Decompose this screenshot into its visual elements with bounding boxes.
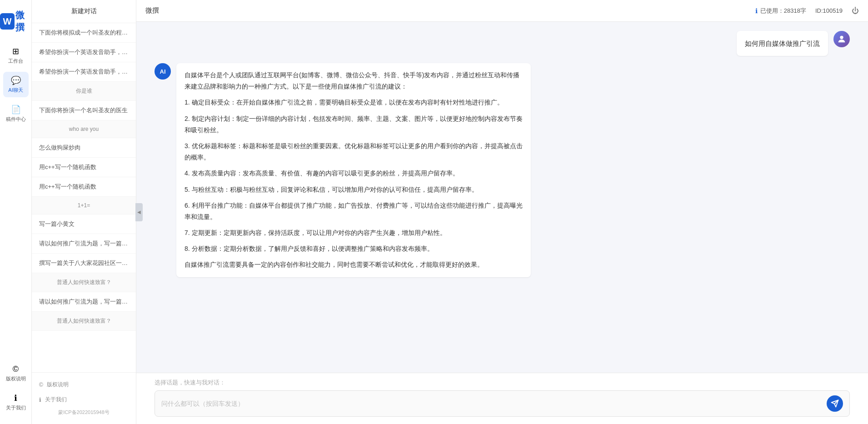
top-bar: 微撰 ℹ 已使用：28318字 ID:100519 ⏻ [136,0,868,22]
sidebar-item-4[interactable]: 下面你将扮演一个名叫圣友的医生 [32,101,136,120]
sidebar-item-7[interactable]: 用c++写一个随机函数 [32,158,136,177]
sidebar-item-15[interactable]: 普通人如何快速致富？ [32,312,136,331]
sidebar-item-13[interactable]: 普通人如何快速致富？ [32,273,136,292]
topbar-right: ℹ 已使用：28318字 ID:100519 ⏻ [755,7,859,15]
sidebar-item-9[interactable]: 1+1= [32,197,136,214]
left-nav: W 微撰 ⊞ 工作台 💬 AI聊天 📄 稿件中心 © 版权说明 ℹ [0,0,32,424]
sidebar-item-2[interactable]: 希望你扮演一个英语发音助手，我提供给你... [32,62,136,82]
send-button[interactable] [827,395,843,412]
nav-label-about: 关于我们 [6,404,26,411]
nav-item-ai-chat[interactable]: 💬 AI聊天 [3,72,29,97]
topic-hint: 选择话题，快速与我对话： [155,379,850,387]
nav-item-drafts[interactable]: 📄 稿件中心 [3,101,29,126]
sidebar-item-10[interactable]: 写一篇小黄文 [32,214,136,234]
bottom-area: 选择话题，快速与我对话： [136,373,868,424]
main-content: 微撰 ℹ 已使用：28318字 ID:100519 ⏻ 如何用自媒体做推广引流 [136,0,868,424]
sidebar-item-3[interactable]: 你是谁 [32,82,136,101]
footer-copyright[interactable]: © 版权说明 [32,377,136,392]
sidebar-collapse-button[interactable]: ◀ [135,203,143,221]
nav-items: ⊞ 工作台 💬 AI聊天 📄 稿件中心 [0,43,31,361]
copyright-icon: © [39,382,43,388]
sidebar-item-8[interactable]: 用c++写一个随机函数 [32,177,136,197]
ai-chat-icon: 💬 [11,75,21,85]
user-avatar [833,31,850,47]
nav-item-about[interactable]: ℹ 关于我们 [3,389,29,415]
id-info: ID:100519 [815,7,843,14]
sidebar-item-0[interactable]: 下面你将模拟成一个叫圣友的程序员，我说... [32,23,136,43]
usage-icon: ℹ [755,7,758,15]
footer-about-icon: ℹ [39,397,41,403]
nav-label-workbench: 工作台 [8,58,23,65]
ai-para-9: 自媒体推广引流需要具备一定的内容创作和社交能力，同时也需要不断尝试和优化，才能取… [185,259,523,270]
sidebar-item-1[interactable]: 希望你扮演一个英语发音助手，我提供给你... [32,43,136,62]
nav-item-workbench[interactable]: ⊞ 工作台 [3,43,29,68]
ai-message: AI 自媒体平台是个人或团队通过互联网平台(如博客、微博、微信公众号、抖音、快手… [155,63,850,277]
user-message: 如何用自媒体做推广引流 [155,31,850,56]
sidebar-item-12[interactable]: 撰写一篇关于八大家花园社区一刻钟便民生... [32,254,136,273]
about-icon: ℹ [14,393,17,403]
chat-input[interactable] [161,398,822,409]
footer-about-label: 关于我们 [45,396,67,404]
footer-about[interactable]: ℹ 关于我们 [32,392,136,407]
input-area [155,390,850,417]
drafts-icon: 📄 [11,105,21,115]
ai-avatar: AI [155,63,171,80]
ai-para-4: 4. 发布高质量内容：发布高质量、有价值、有趣的内容可以吸引更多的粉丝，并提高用… [185,168,523,179]
logout-button[interactable]: ⏻ [852,7,859,15]
user-message-bubble: 如何用自媒体做推广引流 [737,31,828,56]
copyright-icon: © [13,364,19,374]
app-logo-text: 微撰 [15,9,31,34]
logo-area: W 微撰 [0,5,31,43]
workbench-icon: ⊞ [12,46,19,56]
sidebar-item-14[interactable]: 请以如何推广引流为题，写一篇大纲 [32,292,136,312]
ai-para-6: 6. 利用平台推广功能：自媒体平台都提供了推广功能，如广告投放、付费推广等，可以… [185,200,523,223]
ai-para-5: 5. 与粉丝互动：积极与粉丝互动，回复评论和私信，可以增加用户对你的认可和信任，… [185,184,523,195]
sidebar: 新建对话 下面你将模拟成一个叫圣友的程序员，我说... 希望你扮演一个英语发音助… [32,0,136,424]
ai-para-1: 1. 确定目标受众：在开始自媒体推广引流之前，需要明确目标受众是谁，以便在发布内… [185,97,523,108]
nav-label-ai-chat: AI聊天 [8,87,23,94]
ai-message-bubble: 自媒体平台是个人或团队通过互联网平台(如博客、微博、微信公众号、抖音、快手等)发… [176,63,531,277]
usage-text: 已使用：28318字 [760,7,806,15]
sidebar-footer: © 版权说明 ℹ 关于我们 蒙ICP备2022015948号 [32,372,136,424]
topbar-title: 微撰 [145,6,159,15]
usage-info: ℹ 已使用：28318字 [755,7,806,15]
sidebar-item-6[interactable]: 怎么做狗屎炒肉 [32,138,136,158]
logo-icon: W [0,13,15,30]
ai-para-7: 7. 定期更新：定期更新内容，保持活跃度，可以让用户对你的内容产生兴趣，增加用户… [185,227,523,239]
ai-para-3: 3. 优化标题和标签：标题和标签是吸引粉丝的重要因素。优化标题和标签可以让更多的… [185,140,523,163]
ai-para-0: 自媒体平台是个人或团队通过互联网平台(如博客、微博、微信公众号、抖音、快手等)发… [185,70,523,92]
chat-area: 如何用自媒体做推广引流 AI 自媒体平台是个人或团队通过互联网平台(如博客、微博… [136,22,868,373]
nav-bottom: © 版权说明 ℹ 关于我们 [3,361,29,419]
icp-text: 蒙ICP备2022015948号 [32,407,136,419]
sidebar-item-5[interactable]: who are you [32,120,136,138]
nav-label-drafts: 稿件中心 [6,116,26,123]
footer-copyright-label: 版权说明 [47,381,69,389]
ai-para-2: 2. 制定内容计划：制定一份详细的内容计划，包括发布时间、频率、主题、文案、图片… [185,113,523,136]
nav-item-copyright[interactable]: © 版权说明 [3,361,29,386]
sidebar-item-11[interactable]: 请以如何推广引流为题，写一篇大纲 [32,234,136,254]
ai-para-8: 8. 分析数据：定期分析数据，了解用户反馈和喜好，以便调整推广策略和内容发布频率… [185,243,523,254]
new-chat-button[interactable]: 新建对话 [32,0,136,23]
nav-label-copyright: 版权说明 [6,375,26,382]
svg-point-0 [840,36,843,39]
